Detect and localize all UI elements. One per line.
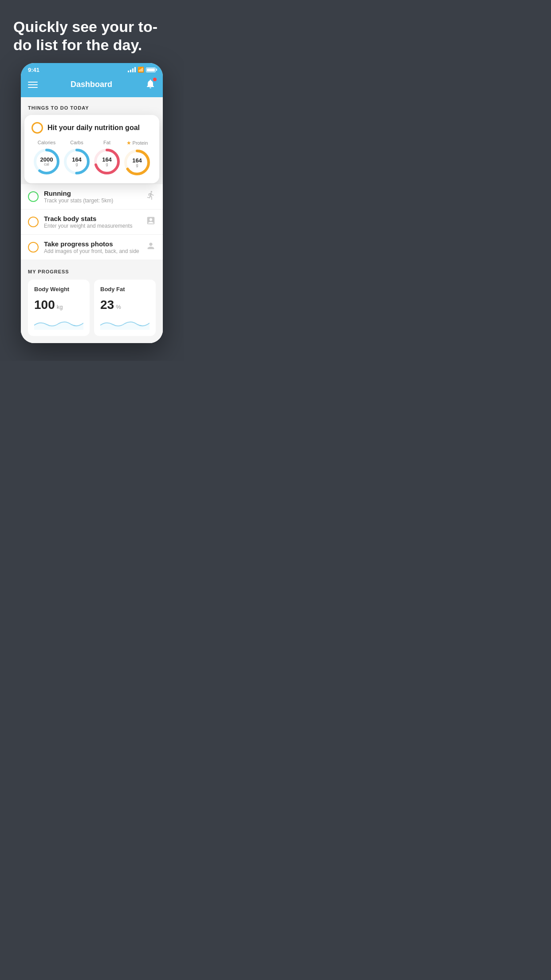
- progress-cards: Body Weight 100 kg Body Fat 23 %: [28, 280, 156, 336]
- nutrition-card-header: Hit your daily nutrition goal: [31, 122, 152, 134]
- todo-text-running: Running Track your stats (target: 5km): [44, 190, 141, 204]
- nutrition-item-calories: Calories 2000 cal: [33, 140, 60, 176]
- status-bar: 9:41 📶: [21, 63, 163, 75]
- nutrition-item-fat: Fat 164 g: [93, 140, 121, 176]
- todo-circle-running[interactable]: [28, 191, 39, 202]
- app-content: THINGS TO DO TODAY Hit your daily nutrit…: [21, 97, 163, 343]
- todo-list: Running Track your stats (target: 5km) T…: [21, 184, 163, 260]
- todo-circle-body-stats[interactable]: [28, 217, 39, 227]
- header-title: Dashboard: [71, 80, 112, 89]
- notification-bell-button[interactable]: [145, 79, 156, 91]
- nutrition-item-carbs: Carbs 164 g: [63, 140, 91, 176]
- menu-icon[interactable]: [28, 82, 38, 88]
- app-header: Dashboard: [21, 75, 163, 97]
- phone-mockup: 9:41 📶: [21, 63, 163, 343]
- donut-fat: 164 g: [93, 148, 121, 175]
- battery-icon: [146, 67, 156, 72]
- page: Quickly see your to-do list for the day.…: [0, 0, 184, 361]
- todo-icon-progress-photos: [146, 241, 156, 253]
- notification-dot: [153, 78, 157, 81]
- donut-protein: 164 g: [123, 149, 151, 176]
- progress-chart-body-weight: [34, 316, 83, 330]
- progress-card-body-weight[interactable]: Body Weight 100 kg: [28, 280, 90, 336]
- progress-card-body-fat[interactable]: Body Fat 23 %: [94, 280, 156, 336]
- progress-unit-body-fat: %: [116, 304, 121, 310]
- todo-subtitle-running: Track your stats (target: 5km): [44, 198, 141, 204]
- todo-icon-running: [146, 190, 156, 202]
- todo-title-progress-photos: Take progress photos: [44, 240, 141, 248]
- todo-title-running: Running: [44, 190, 141, 197]
- donut-unit: g: [102, 162, 112, 166]
- donut-carbs: 164 g: [63, 148, 91, 175]
- todo-subtitle-body-stats: Enter your weight and measurements: [44, 223, 141, 229]
- progress-card-title-body-weight: Body Weight: [34, 286, 83, 292]
- todo-item-running[interactable]: Running Track your stats (target: 5km): [21, 184, 163, 209]
- things-title: THINGS TO DO TODAY: [28, 105, 89, 111]
- nutrition-item-protein: ★Protein 164 g: [123, 140, 151, 176]
- hero-section: Quickly see your to-do list for the day.: [0, 0, 184, 63]
- todo-item-progress-photos[interactable]: Take progress photos Add images of your …: [21, 235, 163, 260]
- todo-text-body-stats: Track body stats Enter your weight and m…: [44, 215, 141, 229]
- progress-section-title: MY PROGRESS: [28, 269, 156, 274]
- signal-icon: [128, 67, 136, 72]
- donut-unit: g: [132, 163, 142, 167]
- nutrition-label-calories: Calories: [38, 140, 55, 145]
- nutrition-circles: Calories 2000 cal Carbs 164 g Fat 164 g …: [31, 140, 152, 176]
- hero-title: Quickly see your to-do list for the day.: [13, 18, 170, 54]
- nutrition-checkbox[interactable]: [31, 122, 43, 134]
- progress-section: MY PROGRESS Body Weight 100 kg Body Fat …: [21, 260, 163, 343]
- status-icons: 📶: [128, 67, 156, 73]
- progress-value-body-weight: 100: [34, 298, 55, 312]
- nutrition-label-carbs: Carbs: [70, 140, 83, 145]
- todo-circle-progress-photos[interactable]: [28, 242, 39, 253]
- star-icon: ★: [126, 140, 131, 146]
- donut-calories: 2000 cal: [33, 148, 60, 175]
- nutrition-label-fat: Fat: [103, 140, 110, 145]
- progress-value-body-fat: 23: [100, 298, 114, 312]
- todo-subtitle-progress-photos: Add images of your front, back, and side: [44, 248, 141, 254]
- progress-chart-body-fat: [100, 316, 150, 330]
- things-section-header: THINGS TO DO TODAY: [21, 97, 163, 115]
- todo-item-body-stats[interactable]: Track body stats Enter your weight and m…: [21, 209, 163, 235]
- todo-icon-body-stats: [146, 216, 156, 228]
- donut-unit: g: [72, 162, 82, 166]
- progress-unit-body-weight: kg: [57, 304, 63, 310]
- wifi-icon: 📶: [138, 67, 144, 73]
- progress-card-title-body-fat: Body Fat: [100, 286, 150, 292]
- phone-wrapper: 9:41 📶: [0, 63, 184, 361]
- donut-unit: cal: [40, 162, 53, 166]
- status-time: 9:41: [28, 67, 39, 73]
- todo-text-progress-photos: Take progress photos Add images of your …: [44, 240, 141, 254]
- nutrition-label-protein: Protein: [133, 140, 148, 146]
- nutrition-card[interactable]: Hit your daily nutrition goal Calories 2…: [24, 115, 159, 183]
- todo-title-body-stats: Track body stats: [44, 215, 141, 222]
- nutrition-title: Hit your daily nutrition goal: [47, 124, 140, 132]
